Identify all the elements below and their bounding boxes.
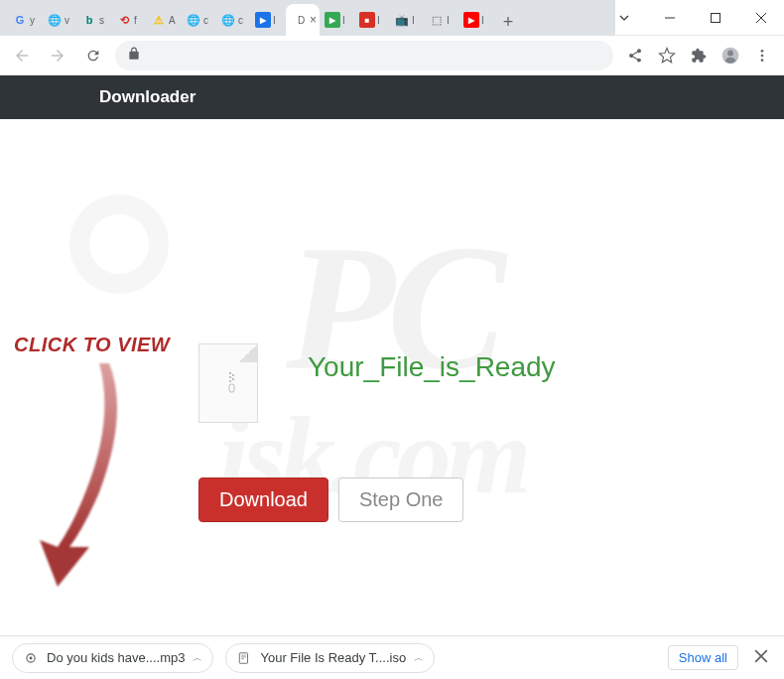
tab-1[interactable]: 🌐v xyxy=(43,4,76,36)
chevron-up-icon[interactable]: ︿ xyxy=(193,651,202,665)
svg-rect-14 xyxy=(229,384,234,392)
svg-point-6 xyxy=(761,50,764,53)
chevron-up-icon[interactable]: ︿ xyxy=(414,651,424,665)
tab-7[interactable]: ▶I xyxy=(251,4,285,36)
tab-4[interactable]: ⚠A xyxy=(147,4,181,36)
show-all-button[interactable]: Show all xyxy=(668,645,738,670)
svg-point-7 xyxy=(761,54,764,57)
close-button[interactable] xyxy=(738,0,784,36)
svg-point-8 xyxy=(761,59,764,62)
maximize-button[interactable] xyxy=(693,0,738,36)
page-title: Downloader xyxy=(99,87,196,107)
close-icon[interactable]: × xyxy=(310,13,317,27)
tab-11[interactable]: 📺I xyxy=(390,4,424,36)
reload-button[interactable] xyxy=(79,42,107,69)
zip-file-icon xyxy=(198,343,258,423)
watermark-circle xyxy=(69,195,169,294)
download-item-label: Your File Is Ready T....iso xyxy=(260,650,406,665)
svg-rect-11 xyxy=(229,376,231,378)
lock-icon xyxy=(127,47,141,65)
svg-rect-17 xyxy=(240,652,248,663)
close-shelf-icon[interactable] xyxy=(750,645,772,671)
new-tab-button[interactable]: + xyxy=(494,8,522,36)
button-row: Download Step One xyxy=(198,477,463,522)
tab-6[interactable]: 🌐c xyxy=(216,4,250,36)
forward-button[interactable] xyxy=(44,42,71,69)
svg-point-16 xyxy=(30,656,33,659)
page-content: Downloader PC isk.com CLICK TO VIEW Your… xyxy=(0,75,784,641)
disc-file-icon xyxy=(236,650,252,666)
tab-3[interactable]: ⟲f xyxy=(112,4,146,36)
address-bar xyxy=(0,36,784,75)
step-one-button[interactable]: Step One xyxy=(338,477,464,522)
svg-rect-10 xyxy=(232,374,234,376)
svg-rect-13 xyxy=(229,380,231,382)
share-icon[interactable] xyxy=(621,42,649,69)
tab-13[interactable]: ▶I xyxy=(459,4,493,36)
file-ready-text: Your_File_is_Ready xyxy=(308,351,556,383)
download-button[interactable]: Download xyxy=(198,477,328,522)
minimize-button[interactable] xyxy=(647,0,693,36)
extensions-puzzle-icon[interactable] xyxy=(685,42,713,69)
svg-rect-12 xyxy=(232,378,234,380)
tab-0[interactable]: Gy xyxy=(8,4,42,36)
page-header: Downloader xyxy=(0,75,784,119)
download-item-0[interactable]: Do you kids have....mp3 ︿ xyxy=(12,643,213,673)
audio-file-icon xyxy=(23,650,39,666)
svg-point-5 xyxy=(727,50,733,56)
menu-dots-icon[interactable] xyxy=(748,42,776,69)
tab-8-active[interactable]: D× xyxy=(286,4,320,36)
omnibox[interactable] xyxy=(115,41,613,70)
tab-5[interactable]: 🌐c xyxy=(182,4,215,36)
tab-strip: Gy 🌐v bs ⟲f ⚠A 🌐c 🌐c ▶I D× ▶I ■I 📺I ⬚I ▶… xyxy=(0,0,615,36)
arrow-down-icon xyxy=(30,353,149,592)
back-button[interactable] xyxy=(8,42,36,69)
profile-avatar-icon[interactable] xyxy=(717,42,744,69)
tab-9[interactable]: ▶I xyxy=(321,4,354,36)
tab-2[interactable]: bs xyxy=(77,4,111,36)
download-shelf: Do you kids have....mp3 ︿ Your File Is R… xyxy=(0,635,784,679)
tab-10[interactable]: ■I xyxy=(355,4,389,36)
download-item-1[interactable]: Your File Is Ready T....iso ︿ xyxy=(225,643,435,673)
tab-12[interactable]: ⬚I xyxy=(425,4,458,36)
download-item-label: Do you kids have....mp3 xyxy=(47,650,185,665)
svg-rect-1 xyxy=(712,13,720,22)
svg-rect-9 xyxy=(229,372,231,374)
bookmark-star-icon[interactable] xyxy=(653,42,681,69)
